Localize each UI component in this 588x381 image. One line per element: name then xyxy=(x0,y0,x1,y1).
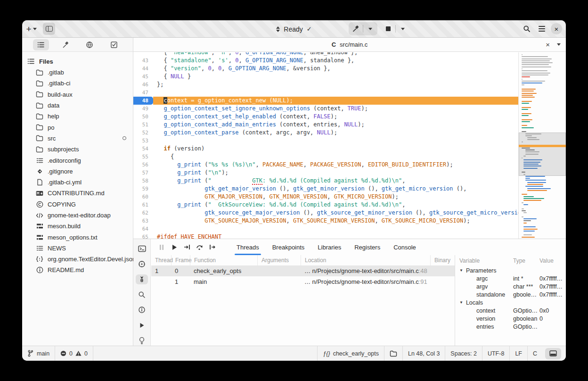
run-output-button[interactable] xyxy=(136,320,148,330)
file-row[interactable]: .editorconfig xyxy=(22,155,133,166)
files-panel-button[interactable] xyxy=(33,39,49,50)
todo-panel-button[interactable] xyxy=(106,39,122,50)
line-number[interactable]: 56 xyxy=(133,161,153,169)
file-row[interactable]: po xyxy=(22,122,133,133)
stack-frame-row[interactable]: 10check_early_opts… n/Projects/gnome-tex… xyxy=(151,265,455,276)
line-number[interactable]: 62 xyxy=(133,209,153,217)
build-targets-button[interactable] xyxy=(57,39,74,50)
step-out-button[interactable] xyxy=(206,241,219,253)
variable-group-row[interactable]: ▼Locals xyxy=(456,298,566,306)
cursor-position-button[interactable]: Ln 48, Col 3 xyxy=(403,346,445,361)
debugger-tab-registers[interactable]: Registers xyxy=(348,239,387,255)
file-row[interactable]: NEWS xyxy=(22,243,133,254)
code-line[interactable]: 62 gtk_source_get_major_version (), gtk_… xyxy=(133,209,518,217)
minimap[interactable] xyxy=(518,52,566,239)
debugger-panel-button[interactable] xyxy=(136,274,148,284)
code-line[interactable]: 51 g_option_context_add_main_entries (co… xyxy=(133,121,518,129)
pause-button[interactable] xyxy=(155,241,168,253)
file-row[interactable]: .gitlab-ci.yml xyxy=(22,177,133,188)
code-line[interactable]: 55 { xyxy=(133,153,518,161)
debugger-tab-threads[interactable]: Threads xyxy=(230,239,266,255)
file-row[interactable]: .gitignore xyxy=(22,166,133,177)
file-row[interactable]: COPYING xyxy=(22,199,133,210)
line-number[interactable]: 59 xyxy=(133,185,153,193)
code-line[interactable]: 44 { "version", 0, 0, G_OPTION_ARG_NONE,… xyxy=(133,65,518,73)
menu-button[interactable] xyxy=(536,23,548,35)
code-line[interactable]: 47 xyxy=(133,89,518,97)
build-button[interactable] xyxy=(350,23,362,35)
line-number[interactable]: 47 xyxy=(133,89,153,97)
variable-row[interactable]: argcint *0x7fffff… xyxy=(456,274,566,282)
line-number[interactable]: 43 xyxy=(133,57,153,65)
line-number[interactable]: 65 xyxy=(133,233,153,239)
line-number[interactable]: 51 xyxy=(133,121,153,129)
variable-row[interactable]: argvchar ***0x7fffff… xyxy=(456,282,566,290)
code-line[interactable]: 53 xyxy=(133,137,518,145)
branch-button[interactable]: main xyxy=(22,346,55,361)
breakpoint-line-number[interactable]: 48 xyxy=(133,97,153,105)
file-row[interactable]: subprojects xyxy=(22,144,133,155)
debugger-tab-libraries[interactable]: Libraries xyxy=(311,239,348,255)
code-line[interactable]: 49 g_option_context_set_ignore_unknown_o… xyxy=(133,105,518,113)
file-row[interactable]: .gitlab-ci xyxy=(22,78,133,89)
debugger-tab-console[interactable]: Console xyxy=(387,239,423,255)
debugger-tab-breakpoints[interactable]: Breakpoints xyxy=(266,239,311,255)
code-line[interactable]: 50 g_option_context_set_help_enabled (co… xyxy=(133,113,518,121)
code-editor[interactable]: { "new-window", 'n', 0, G_OPTION_ARG_NON… xyxy=(133,52,566,239)
stop-options-button[interactable] xyxy=(397,23,409,35)
variable-row[interactable]: versiongboolean0 xyxy=(456,315,566,323)
diagnostics-button[interactable]: 0 0 xyxy=(55,346,93,361)
line-number[interactable]: 60 xyxy=(133,193,153,201)
search-button[interactable] xyxy=(521,23,533,35)
tab-list-button[interactable] xyxy=(557,43,561,46)
code-line[interactable]: 56 g_print ("%s %s (%s)\n", PACKAGE_NAME… xyxy=(133,161,518,169)
file-row[interactable]: data xyxy=(22,100,133,111)
line-number[interactable]: 61 xyxy=(133,201,153,209)
line-number[interactable]: 57 xyxy=(133,169,153,177)
line-number[interactable]: 54 xyxy=(133,145,153,153)
file-row[interactable]: help xyxy=(22,111,133,122)
code-line[interactable]: 54 if (version) xyxy=(133,145,518,153)
variable-row[interactable]: standalonegboole…0x7fffff… xyxy=(456,290,566,298)
project-folder-button[interactable] xyxy=(384,346,402,361)
suggestions-panel-button[interactable] xyxy=(136,336,148,346)
code-line[interactable]: { "new-window", 'n', 0, G_OPTION_ARG_NON… xyxy=(133,52,518,57)
continue-button[interactable] xyxy=(168,241,180,253)
code-line[interactable]: 59 gtk_get_major_version (), gtk_get_min… xyxy=(133,185,518,193)
file-row[interactable]: meson.build xyxy=(22,221,133,232)
terminal-panel-button[interactable] xyxy=(136,244,148,254)
file-row[interactable]: .gitlab xyxy=(22,67,133,78)
file-row[interactable]: README.md xyxy=(22,265,133,275)
line-number[interactable]: 50 xyxy=(133,113,153,121)
code-line[interactable]: 63 GTK_SOURCE_MAJOR_VERSION, GTK_SOURCE_… xyxy=(133,217,518,225)
expander-icon[interactable]: ▼ xyxy=(459,268,463,273)
toggle-sidebar-button[interactable] xyxy=(43,23,55,35)
code-line[interactable]: 46}; xyxy=(133,81,518,89)
file-row[interactable]: org.gnome.TextEditor.Devel.json xyxy=(22,254,133,265)
file-row[interactable]: gnome-text-editor.doap xyxy=(22,210,133,221)
line-number[interactable]: 46 xyxy=(133,81,153,89)
line-number[interactable]: 63 xyxy=(133,217,153,225)
line-number[interactable]: 45 xyxy=(133,73,153,81)
stack-frame-row[interactable]: 1main… n/Projects/gnome-text-editor/src/… xyxy=(151,276,455,287)
line-number[interactable]: 52 xyxy=(133,129,153,137)
encoding-button[interactable]: UTF-8 xyxy=(482,346,509,361)
line-number[interactable]: 49 xyxy=(133,105,153,113)
line-number[interactable]: 53 xyxy=(133,137,153,145)
code-line[interactable]: 60 GTK_MAJOR_VERSION, GTK_MINOR_VERSION,… xyxy=(133,193,518,201)
code-line[interactable]: 64 xyxy=(133,225,518,233)
problems-panel-button[interactable] xyxy=(136,305,148,315)
file-row[interactable]: src xyxy=(22,133,133,144)
indentation-button[interactable]: Spaces: 2 xyxy=(445,346,482,361)
code-area[interactable]: { "new-window", 'n', 0, G_OPTION_ARG_NON… xyxy=(133,52,518,239)
code-line[interactable]: 65#ifdef HAVE_ENCHANT xyxy=(133,233,518,239)
variable-row[interactable]: entriesGOptio… xyxy=(456,323,566,331)
line-number[interactable]: 55 xyxy=(133,153,153,161)
line-number[interactable]: 44 xyxy=(133,65,153,73)
file-row[interactable]: meson_options.txt xyxy=(22,232,133,242)
close-window-button[interactable]: × xyxy=(551,23,562,34)
code-line[interactable]: 57 g_print ("\n"); xyxy=(133,169,518,177)
language-button[interactable]: C xyxy=(528,346,542,361)
current-debug-line[interactable]: 48 context = g_option_context_new (NULL)… xyxy=(133,97,518,105)
step-in-button[interactable] xyxy=(180,241,193,253)
